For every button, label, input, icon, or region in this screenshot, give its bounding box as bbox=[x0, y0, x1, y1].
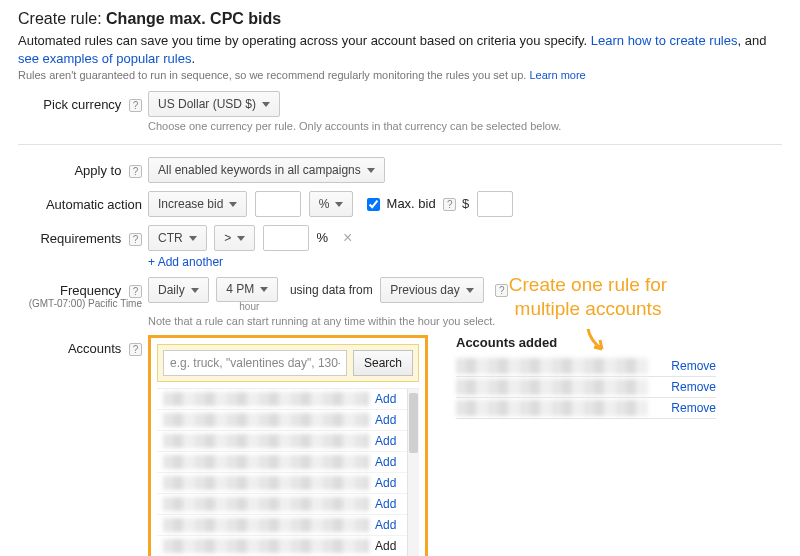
added-account-row: Remove bbox=[456, 398, 716, 419]
action-op-select[interactable]: Increase bid bbox=[148, 191, 247, 217]
currency-select[interactable]: US Dollar (USD $) bbox=[148, 91, 280, 117]
help-icon[interactable]: ? bbox=[129, 343, 142, 356]
chevron-down-icon bbox=[237, 236, 245, 241]
chevron-down-icon bbox=[191, 288, 199, 293]
redacted-account-name bbox=[163, 392, 369, 406]
req-comparator-select[interactable]: > bbox=[214, 225, 255, 251]
link-learn-more[interactable]: Learn more bbox=[529, 69, 585, 81]
chevron-down-icon bbox=[260, 287, 268, 292]
timezone-label: (GMT-07:00) Pacific Time bbox=[18, 298, 142, 309]
account-search-button[interactable]: Search bbox=[353, 350, 413, 376]
account-results-list: AddAddAddAddAddAddAddAddAdd bbox=[157, 388, 419, 556]
currency-symbol: $ bbox=[462, 196, 469, 211]
chevron-down-icon bbox=[229, 202, 237, 207]
link-examples-popular-rules[interactable]: see examples of popular rules bbox=[18, 51, 191, 66]
currency-hint: Choose one currency per rule. Only accou… bbox=[148, 120, 782, 132]
freq-hour-underlabel: hour bbox=[216, 302, 282, 313]
label-pick-currency: Pick currency bbox=[43, 97, 121, 112]
req-unit: % bbox=[317, 230, 329, 245]
add-requirement-link[interactable]: + Add another bbox=[148, 255, 223, 269]
label-automatic-action: Automatic action bbox=[46, 197, 142, 212]
added-account-row: Remove bbox=[456, 356, 716, 377]
action-unit-select[interactable]: % bbox=[309, 191, 354, 217]
freq-hour-select[interactable]: 4 PM bbox=[216, 277, 278, 302]
redacted-account-name bbox=[163, 539, 369, 553]
req-metric-select[interactable]: CTR bbox=[148, 225, 207, 251]
page-title: Create rule: Change max. CPC bids bbox=[18, 10, 782, 28]
redacted-account-name bbox=[163, 455, 369, 469]
annotation: Create one rule for multiple accounts bbox=[478, 273, 698, 359]
label-apply-to: Apply to bbox=[74, 163, 121, 178]
account-result-row: Add bbox=[157, 515, 419, 536]
account-result-row: Add bbox=[157, 410, 419, 431]
help-icon[interactable]: ? bbox=[129, 165, 142, 178]
help-icon[interactable]: ? bbox=[129, 99, 142, 112]
redacted-account-name bbox=[163, 518, 369, 532]
title-prefix: Create rule: bbox=[18, 10, 102, 27]
freq-how-often-select[interactable]: Daily bbox=[148, 277, 209, 303]
account-result-row: Add bbox=[157, 473, 419, 494]
redacted-account-name bbox=[456, 400, 648, 416]
account-result-row: Add bbox=[157, 452, 419, 473]
account-result-row: Add bbox=[157, 536, 419, 556]
redacted-account-name bbox=[456, 379, 648, 395]
apply-to-select[interactable]: All enabled keywords in all campaigns bbox=[148, 157, 385, 183]
freq-using-label: using data from bbox=[290, 283, 373, 297]
chevron-down-icon bbox=[367, 168, 375, 173]
help-icon[interactable]: ? bbox=[129, 285, 142, 298]
redacted-account-name bbox=[456, 358, 648, 374]
intro-text: Automated rules can save you time by ope… bbox=[18, 32, 782, 67]
remove-requirement-icon[interactable]: × bbox=[340, 231, 356, 247]
divider bbox=[18, 144, 782, 145]
chevron-down-icon bbox=[189, 236, 197, 241]
max-bid-label: Max. bid bbox=[387, 196, 436, 211]
action-amount-input[interactable] bbox=[255, 191, 301, 217]
help-icon[interactable]: ? bbox=[443, 198, 456, 211]
remove-account-link[interactable]: Remove bbox=[658, 380, 716, 394]
remove-account-link[interactable]: Remove bbox=[658, 359, 716, 373]
scroll-thumb[interactable] bbox=[409, 393, 418, 453]
redacted-account-name bbox=[163, 497, 369, 511]
chevron-down-icon bbox=[335, 202, 343, 207]
redacted-account-name bbox=[163, 413, 369, 427]
label-frequency: Frequency bbox=[60, 283, 121, 298]
annotation-arrow-icon bbox=[568, 327, 608, 359]
max-bid-input[interactable] bbox=[477, 191, 513, 217]
max-bid-checkbox[interactable] bbox=[367, 198, 380, 211]
redacted-account-name bbox=[163, 476, 369, 490]
redacted-account-name bbox=[163, 434, 369, 448]
added-account-row: Remove bbox=[456, 377, 716, 398]
label-requirements: Requirements bbox=[40, 231, 121, 246]
scrollbar[interactable] bbox=[407, 389, 419, 556]
account-search-input[interactable] bbox=[163, 350, 347, 376]
remove-account-link[interactable]: Remove bbox=[658, 401, 716, 415]
account-result-row: Add bbox=[157, 494, 419, 515]
chevron-down-icon bbox=[262, 102, 270, 107]
intro-subnote: Rules aren't guaranteed to run in sequen… bbox=[18, 69, 782, 81]
req-value-input[interactable] bbox=[263, 225, 309, 251]
account-result-row: Add bbox=[157, 389, 419, 410]
help-icon[interactable]: ? bbox=[129, 233, 142, 246]
account-result-row: Add bbox=[157, 431, 419, 452]
chevron-down-icon bbox=[466, 288, 474, 293]
account-picker: Search AddAddAddAddAddAddAddAddAdd bbox=[148, 335, 428, 556]
link-learn-create-rules[interactable]: Learn how to create rules bbox=[591, 33, 738, 48]
label-accounts: Accounts bbox=[68, 341, 121, 356]
freq-range-select[interactable]: Previous day bbox=[380, 277, 483, 303]
title-rule-name: Change max. CPC bids bbox=[106, 10, 281, 27]
